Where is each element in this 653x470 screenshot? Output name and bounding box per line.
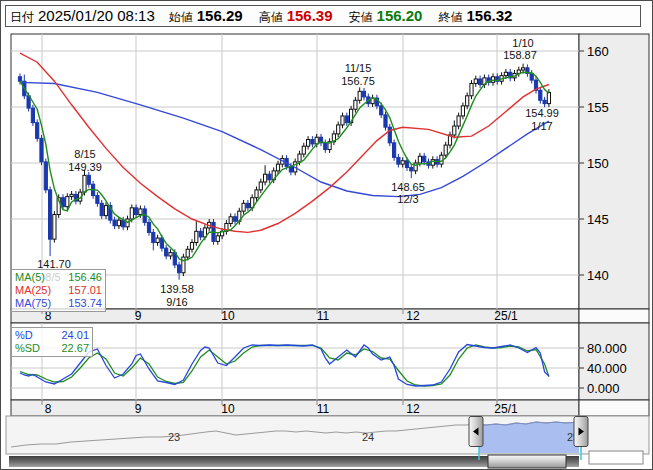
price-tick-label: 145 [587,212,609,227]
ma5-value: 156.46 [68,271,102,284]
ma25-value: 157.01 [68,284,102,297]
candle [156,238,159,242]
navigator-year-label: 23 [168,431,180,443]
candle [139,209,142,215]
candle [31,108,34,123]
candle [307,139,310,146]
candle [362,91,365,97]
percent-d-label: %D [15,329,33,342]
candle [255,190,258,198]
candle [178,265,181,273]
candle [264,174,267,182]
candle [152,232,155,242]
candle [479,79,482,85]
candle [53,215,56,240]
candle [341,116,344,125]
candle [393,143,396,158]
candle [268,174,271,180]
candle [461,106,464,116]
candle [169,253,172,256]
candle [61,198,64,207]
price-tick-label: 150 [587,156,609,171]
candle [83,175,86,192]
candle [70,194,73,196]
candle [405,161,408,168]
chart-annotation: 1/17 [531,120,552,132]
candle [44,162,47,190]
x-axis-label: 9 [135,309,142,323]
percent-sd-value: 22.67 [61,342,89,355]
candle [113,220,116,226]
candle [104,206,107,216]
chart-canvas[interactable]: 16015515014514080.00040.0000.00088991010… [1,1,653,470]
ma-legend: MA(5) 156.46 MA(25) 157.01 MA(75) 153.74 [11,269,106,312]
stoch-tick-label: 40.000 [587,361,627,376]
ma5-legend-row: MA(5) 156.46 [15,271,102,284]
x-axis-label: 8 [45,402,52,416]
chart-annotation: 11/15 [345,62,372,74]
percent-d-value: 24.01 [61,329,89,342]
axis-corner-1 [579,309,649,323]
candle [418,156,421,163]
x-axis-label: 10 [221,402,235,416]
candle [547,92,550,103]
candle [259,182,262,190]
candle [397,157,400,164]
candle [453,126,456,135]
chart-annotation: 148.65 [391,181,425,193]
chart-annotation: 149.39 [68,161,102,173]
candle [358,91,361,100]
candle [298,154,301,162]
x-axis-label: 11 [317,309,330,323]
chart-annotation: 9/16 [166,296,187,308]
stoch-tick-label: 0.000 [587,381,620,396]
candle [147,222,150,232]
navigator-year-label: 24 [362,431,374,443]
candle [522,68,525,70]
chart-annotation: 154.99 [525,107,559,119]
candle [66,197,69,207]
axis-corner-2 [579,400,649,416]
stock-chart-widget: 日付 2025/01/20 08:13 始値 156.29 高値 156.39 … [0,0,653,470]
candle [87,175,90,184]
scrollbar-thumb[interactable] [488,455,566,468]
candle [186,249,189,257]
x-axis-label: 10 [221,309,235,323]
candle [229,217,232,224]
candle [40,138,43,162]
candle [233,217,236,221]
chart-annotation: 139.58 [160,283,194,295]
price-tick-label: 140 [587,268,609,283]
candle [337,125,340,134]
percent-sd-row: %SD 22.67 [15,342,89,355]
ma75-label: MA(75) [15,297,51,310]
stochastic-legend: %D 24.01 %SD 22.67 [11,327,93,357]
candle [199,231,202,237]
x-axis-label: 9 [135,402,142,416]
price-tick-label: 160 [587,44,609,59]
scrollbar-corner-box [589,451,643,464]
chart-annotation: 1/10 [512,37,533,49]
x-axis-label: 11 [317,402,330,416]
x-axis-label: 12 [406,402,420,416]
candle [100,203,103,215]
candle [311,139,314,143]
ma25-legend-row: MA(25) 157.01 [15,284,102,297]
candle [457,116,460,126]
candle [324,143,327,150]
candle [410,167,413,170]
candle [466,96,469,106]
candle [246,203,249,207]
candle [444,145,447,155]
x-axis-label: 12 [406,309,420,323]
candle [216,236,219,242]
candle [135,208,138,215]
chart-annotation: 8/15 [74,148,95,160]
candle [504,72,507,75]
candle [242,203,245,211]
candle [182,257,185,273]
candle [130,208,133,219]
stoch-tick-label: 80.000 [587,341,627,356]
candle [345,116,348,123]
ma75-legend-row: MA(75) 153.74 [15,297,102,310]
